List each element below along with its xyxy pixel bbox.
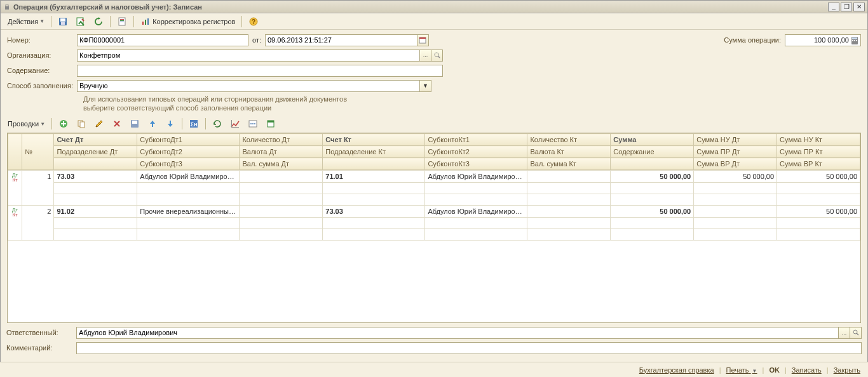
cell[interactable]	[323, 194, 425, 206]
cell[interactable]	[137, 194, 240, 206]
save-icon-button[interactable]	[55, 15, 71, 28]
maximize-button[interactable]: ❐	[841, 3, 852, 11]
cell-nu-kt[interactable]: 50 000,00	[777, 206, 860, 218]
responsible-select-button[interactable]: ...	[839, 327, 850, 339]
cell[interactable]	[611, 183, 694, 194]
cell[interactable]	[694, 229, 777, 241]
fill-mode-dropdown[interactable]: ▼	[420, 80, 431, 92]
minimize-button[interactable]: _	[828, 3, 839, 11]
col-vr-dt[interactable]: Сумма ВР Дт	[694, 158, 777, 170]
col-cursum-kt[interactable]: Вал. сумма Кт	[527, 158, 611, 170]
entries-menu[interactable]: Проводки▼	[4, 117, 48, 130]
col-vr-kt[interactable]: Сумма ВР Кт	[777, 158, 860, 170]
cell[interactable]	[777, 229, 860, 241]
col-icon[interactable]	[8, 134, 22, 170]
col-qty-kt[interactable]: Количество Кт	[527, 134, 611, 146]
cell-acct-kt[interactable]: 71.01	[323, 171, 425, 183]
cell[interactable]	[425, 183, 527, 194]
cell-acct-kt[interactable]: 73.03	[323, 206, 425, 218]
report-icon-button[interactable]	[114, 15, 130, 28]
cell[interactable]	[694, 183, 777, 194]
actions-menu[interactable]: Действия▼	[4, 15, 48, 28]
responsible-search-button[interactable]	[850, 327, 862, 339]
col-pr-dt[interactable]: Сумма ПР Дт	[694, 146, 777, 158]
cell[interactable]	[240, 183, 323, 194]
edit-row-button[interactable]	[91, 117, 107, 130]
cell-qty-dt[interactable]	[240, 171, 323, 183]
responsible-input[interactable]	[76, 327, 839, 339]
cell-qty-kt[interactable]	[527, 171, 611, 183]
cell[interactable]	[323, 218, 425, 229]
cell-sub-dt1[interactable]: Абдулов Юрий Владимирович	[137, 171, 240, 183]
cell[interactable]	[611, 229, 694, 241]
sum-input[interactable]: 100 000,00	[785, 34, 861, 46]
cell[interactable]	[54, 218, 137, 229]
col-desc[interactable]: Содержание	[611, 146, 694, 158]
calendar-button[interactable]	[417, 34, 429, 46]
cell[interactable]	[54, 194, 137, 206]
number-input[interactable]	[77, 34, 248, 46]
cell[interactable]	[240, 218, 323, 229]
cell-nu-kt[interactable]: 50 000,00	[777, 171, 860, 183]
save-button[interactable]: Записать	[789, 366, 824, 374]
cell-sub-kt1[interactable]: Абдулов Юрий Владимирович	[425, 171, 527, 183]
add-row-button[interactable]	[55, 117, 72, 130]
col-cursum-dt[interactable]: Вал. сумма Дт	[240, 158, 323, 170]
cell[interactable]	[425, 194, 527, 206]
cell[interactable]	[527, 218, 611, 229]
col-qty-dt[interactable]: Количество Дт	[240, 134, 323, 146]
col-cur-dt[interactable]: Валюта Дт	[240, 146, 323, 158]
move-up-button[interactable]	[144, 117, 161, 130]
col-sum[interactable]: Сумма	[611, 134, 694, 146]
col-sub-dt2[interactable]: СубконтоДт2	[137, 146, 240, 158]
cell[interactable]	[777, 183, 860, 194]
cell[interactable]	[611, 218, 694, 229]
col-dept-dt[interactable]: Подразделение Дт	[54, 146, 137, 158]
table-row[interactable]	[8, 183, 860, 194]
col-dept-kt[interactable]: Подразделение Кт	[323, 146, 425, 158]
date-input[interactable]	[265, 34, 417, 46]
move-down-button[interactable]	[162, 117, 179, 130]
cell-sum[interactable]: 50 000,00	[611, 206, 694, 218]
cell[interactable]	[137, 218, 240, 229]
refresh-icon-button[interactable]	[90, 15, 107, 28]
delete-row-button[interactable]	[109, 117, 125, 130]
chart-button[interactable]	[227, 117, 243, 130]
reload-button[interactable]	[209, 117, 226, 130]
cell-sub-kt1[interactable]: Абдулов Юрий Владимирович	[425, 206, 527, 218]
cell[interactable]	[527, 183, 611, 194]
table-row[interactable]: ДтКт173.03Абдулов Юрий Владимирович71.01…	[8, 171, 860, 183]
help-button[interactable]: ?	[245, 15, 262, 28]
print-button[interactable]: Печать ▼	[724, 366, 760, 374]
cell[interactable]	[137, 229, 240, 241]
table-row[interactable]	[8, 229, 860, 241]
col-num[interactable]: №	[22, 134, 54, 170]
col-pr-kt[interactable]: Сумма ПР Кт	[777, 146, 860, 158]
col-sub-dt3[interactable]: СубконтоДт3	[137, 158, 240, 170]
save-grid-button[interactable]	[126, 117, 143, 130]
cell[interactable]	[240, 229, 323, 241]
col-sub-kt1[interactable]: СубконтоКт1	[425, 134, 527, 146]
cell[interactable]	[137, 183, 240, 194]
row-num[interactable]: 2	[22, 206, 54, 241]
cell[interactable]	[527, 194, 611, 206]
table-row[interactable]	[8, 218, 860, 229]
cell[interactable]	[323, 229, 425, 241]
cell[interactable]	[425, 229, 527, 241]
table-row[interactable]: ДтКт291.02Прочие внереализационные...73.…	[8, 206, 860, 218]
close-button[interactable]: Закрыть	[831, 366, 863, 374]
cell-acct-dt[interactable]: 91.02	[54, 206, 137, 218]
cell[interactable]	[240, 194, 323, 206]
cell-qty-kt[interactable]	[527, 206, 611, 218]
accounting-ref-link[interactable]: Бухгалтерская справка	[637, 366, 717, 374]
org-search-button[interactable]	[431, 50, 443, 62]
cell[interactable]	[777, 218, 860, 229]
grid-body[interactable]: ДтКт173.03Абдулов Юрий Владимирович71.01…	[8, 170, 860, 322]
cell-nu-dt[interactable]	[694, 206, 777, 218]
fill-mode-input[interactable]	[77, 80, 420, 92]
org-select-button[interactable]: ...	[420, 50, 431, 62]
comment-input[interactable]	[76, 342, 862, 354]
col-nu-dt[interactable]: Сумма НУ Дт	[694, 134, 777, 146]
cell-sub-dt1[interactable]: Прочие внереализационные...	[137, 206, 240, 218]
cell-acct-dt[interactable]: 73.03	[54, 171, 137, 183]
